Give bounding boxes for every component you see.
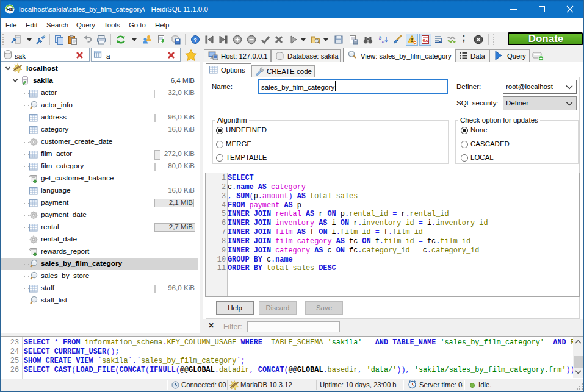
svg-text:HS: HS	[6, 7, 13, 12]
svg-text:0x: 0x	[423, 38, 428, 43]
svg-text:?: ?	[193, 37, 197, 43]
svg-text:a: a	[382, 38, 385, 45]
svg-text:b: b	[379, 35, 381, 41]
